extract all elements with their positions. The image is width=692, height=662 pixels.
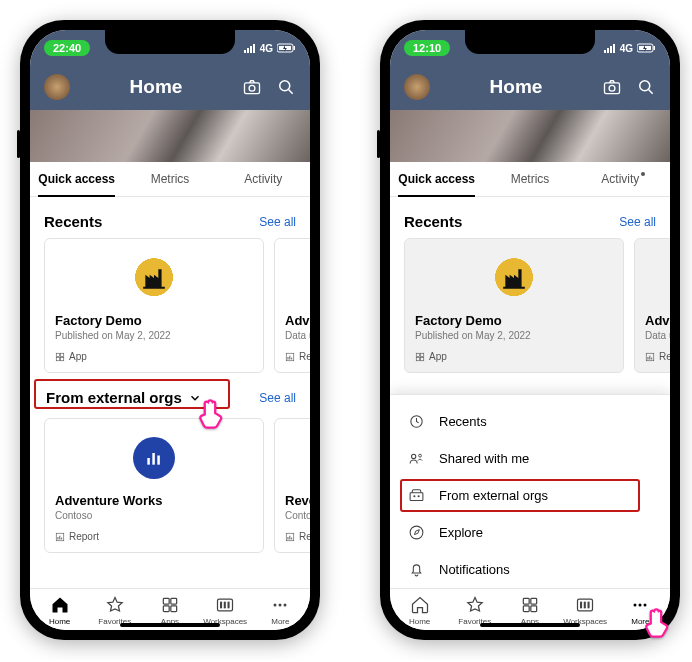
home-indicator[interactable]: [480, 623, 580, 627]
shared-icon: [408, 450, 425, 467]
factory-icon: [493, 257, 535, 299]
banner-image: [390, 110, 670, 162]
card-subtitle: Conto: [285, 510, 310, 521]
avatar[interactable]: [44, 74, 70, 100]
camera-icon[interactable]: [602, 77, 622, 97]
recents-see-all[interactable]: See all: [619, 215, 656, 229]
screen-left: 22:40 4G Home Quick access Metrics Activ…: [30, 30, 310, 630]
recents-row[interactable]: Factory Demo Published on May 2, 2022 Ap…: [44, 238, 296, 373]
tab-metrics[interactable]: Metrics: [123, 162, 216, 196]
nav-workspaces[interactable]: Workspaces: [198, 595, 252, 626]
sheet-notifications[interactable]: Notifications: [390, 551, 670, 588]
nav-home[interactable]: Home: [33, 595, 87, 626]
card-subtitle: Published on May 2, 2022: [55, 330, 253, 341]
network-label: 4G: [260, 43, 273, 54]
tab-quick-access[interactable]: Quick access: [30, 162, 123, 196]
card-title: Reve: [285, 493, 310, 508]
nav-apps[interactable]: Apps: [503, 595, 557, 626]
search-icon[interactable]: [276, 77, 296, 97]
explore-icon: [408, 524, 425, 541]
card-type: Rep: [285, 531, 310, 542]
tab-activity[interactable]: Activity: [217, 162, 310, 196]
nav-more[interactable]: More: [613, 595, 667, 626]
nav-apps[interactable]: Apps: [143, 595, 197, 626]
card-adventure-works[interactable]: Adventure Works Contoso Report: [44, 418, 264, 553]
tab-activity[interactable]: Activity: [577, 162, 670, 196]
card-factory-demo[interactable]: Factory Demo Published on May 2, 2022 Ap…: [44, 238, 264, 373]
page-title: Home: [490, 76, 543, 98]
card-subtitle: Data u: [645, 330, 670, 341]
activity-dot-icon: [641, 172, 645, 176]
card-subtitle: Contoso: [55, 510, 253, 521]
recents-title: Recents: [404, 213, 462, 230]
sheet-recents[interactable]: Recents: [390, 403, 670, 440]
recents-header: Recents See all: [44, 213, 296, 230]
external-orgs-icon: [408, 487, 425, 504]
header-bar: Home: [30, 66, 310, 110]
card-peek[interactable]: Adve Data u Rep: [634, 238, 670, 373]
clock-icon: [408, 413, 425, 430]
card-title: Factory Demo: [55, 313, 253, 328]
status-right: 4G: [244, 43, 296, 54]
card-type: Rep: [645, 351, 670, 362]
header-bar: Home: [390, 66, 670, 110]
content-area[interactable]: Recents See all Factory Demo Published o…: [390, 197, 670, 588]
phone-left: 22:40 4G Home Quick access Metrics Activ…: [20, 20, 320, 640]
tabs: Quick access Metrics Activity: [30, 162, 310, 197]
factory-icon: [133, 257, 175, 299]
tabs: Quick access Metrics Activity: [390, 162, 670, 197]
external-title: From external orgs: [46, 389, 182, 406]
notch: [105, 30, 235, 54]
card-subtitle: Published on May 2, 2022: [415, 330, 613, 341]
notch: [465, 30, 595, 54]
more-menu-sheet: Recents Shared with me From external org…: [390, 394, 670, 588]
tab-metrics[interactable]: Metrics: [483, 162, 576, 196]
external-row[interactable]: Adventure Works Contoso Report Reve Cont…: [44, 418, 296, 553]
card-type: Report: [55, 531, 253, 542]
external-orgs-toggle[interactable]: From external orgs: [44, 385, 204, 410]
recents-header: Recents See all: [404, 213, 656, 230]
banner-image: [30, 110, 310, 162]
tab-quick-access[interactable]: Quick access: [390, 162, 483, 196]
battery-icon: [637, 43, 656, 53]
battery-icon: [277, 43, 296, 53]
nav-favorites[interactable]: Favorites: [88, 595, 142, 626]
nav-home[interactable]: Home: [393, 595, 447, 626]
network-label: 4G: [620, 43, 633, 54]
card-type: App: [55, 351, 253, 362]
phone-right: 12:10 4G Home Quick access Metrics Activ…: [380, 20, 680, 640]
nav-workspaces[interactable]: Workspaces: [558, 595, 612, 626]
signal-icon: [244, 43, 256, 53]
recents-title: Recents: [44, 213, 102, 230]
card-title: Adventure Works: [55, 493, 253, 508]
page-title: Home: [130, 76, 183, 98]
avatar[interactable]: [404, 74, 430, 100]
content-area[interactable]: Recents See all Factory Demo Published o…: [30, 197, 310, 588]
external-see-all[interactable]: See all: [259, 391, 296, 405]
card-peek[interactable]: Adve Data u Rep: [274, 238, 310, 373]
card-factory-demo[interactable]: Factory Demo Published on May 2, 2022 Ap…: [404, 238, 624, 373]
status-right: 4G: [604, 43, 656, 54]
recents-see-all[interactable]: See all: [259, 215, 296, 229]
card-title: Adve: [645, 313, 670, 328]
card-title: Factory Demo: [415, 313, 613, 328]
chart-icon: [133, 437, 175, 479]
card-type: Rep: [285, 351, 310, 362]
card-peek2[interactable]: Reve Conto Rep: [274, 418, 310, 553]
bell-icon: [408, 561, 425, 578]
camera-icon[interactable]: [242, 77, 262, 97]
recents-row[interactable]: Factory Demo Published on May 2, 2022 Ap…: [404, 238, 656, 373]
sheet-shared[interactable]: Shared with me: [390, 440, 670, 477]
external-header: From external orgs See all: [44, 385, 296, 410]
card-subtitle: Data u: [285, 330, 310, 341]
signal-icon: [604, 43, 616, 53]
nav-favorites[interactable]: Favorites: [448, 595, 502, 626]
sheet-explore[interactable]: Explore: [390, 514, 670, 551]
home-indicator[interactable]: [120, 623, 220, 627]
search-icon[interactable]: [636, 77, 656, 97]
card-type: App: [415, 351, 613, 362]
sheet-external-orgs[interactable]: From external orgs: [390, 477, 670, 514]
screen-right: 12:10 4G Home Quick access Metrics Activ…: [390, 30, 670, 630]
card-title: Adve: [285, 313, 310, 328]
nav-more[interactable]: More: [253, 595, 307, 626]
